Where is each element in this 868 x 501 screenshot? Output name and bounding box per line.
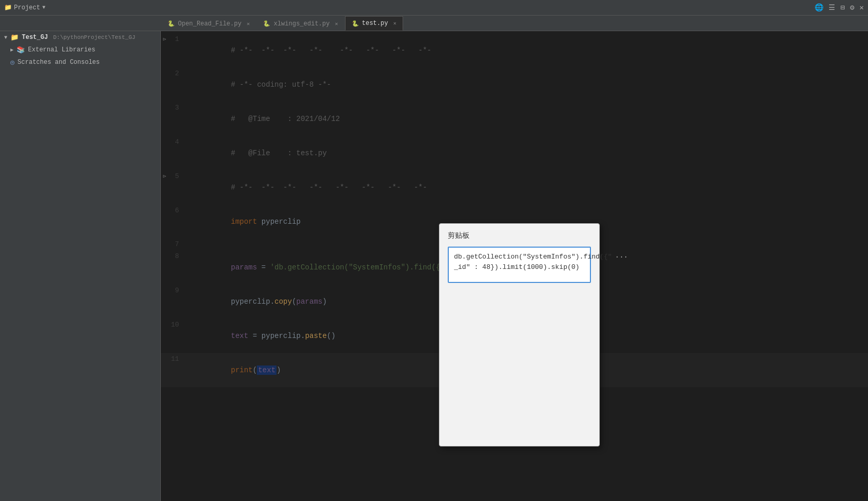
tab2-close[interactable]: ✕ <box>335 21 338 27</box>
tab3-icon: 🐍 <box>352 20 359 27</box>
sidebar-item-external-libraries[interactable]: ▶ 📚 External Libraries <box>0 44 160 56</box>
project-arrow-icon: ▼ <box>4 35 7 40</box>
project-label[interactable]: Project <box>14 4 40 11</box>
ext-lib-label: External Libraries <box>28 46 95 53</box>
sidebar-item-scratches[interactable]: ◎ Scratches and Consoles <box>0 56 160 69</box>
main-layout: ▼ 📁 Test_GJ D:\pythonProject\Test_GJ ▶ 📚… <box>0 31 868 501</box>
sidebar-item-project-root[interactable]: ▼ 📁 Test_GJ D:\pythonProject\Test_GJ <box>0 31 160 44</box>
project-icon: 📁 <box>4 4 12 11</box>
title-bar: 📁 Project ▼ 🌐 ☰ ⊟ ⚙ ✕ <box>0 0 868 16</box>
project-root-path: D:\pythonProject\Test_GJ <box>53 34 135 40</box>
popup-content-box[interactable]: db.getCollection("SystemInfos").find({" … <box>448 247 591 283</box>
split-icon[interactable]: ⊟ <box>841 3 845 12</box>
popup-body-empty <box>448 283 591 439</box>
popup-content-text: db.getCollection("SystemInfos").find({" … <box>454 252 612 272</box>
project-dropdown-icon[interactable]: ▼ <box>42 5 45 10</box>
list-icon[interactable]: ☰ <box>829 3 835 12</box>
tab2-icon: 🐍 <box>263 20 270 27</box>
clipboard-popup: 剪贴板 db.getCollection("SystemInfos").find… <box>439 223 600 446</box>
tab1-label: Open_Read_File.py <box>178 20 241 28</box>
project-folder-icon: 📁 <box>10 33 19 42</box>
tab2-label: xlwings_edit.py <box>273 20 329 28</box>
tab1-close[interactable]: ✕ <box>246 21 250 27</box>
tab-open-read-file[interactable]: 🐍 Open_Read_File.py ✕ <box>161 16 256 31</box>
popup-content-line1: db.getCollection("SystemInfos").find({" <box>454 253 612 261</box>
tab-bar: 🐍 Open_Read_File.py ✕ 🐍 xlwings_edit.py … <box>0 16 868 31</box>
tab1-icon: 🐍 <box>168 20 175 27</box>
ext-lib-icon: 📚 <box>17 46 25 54</box>
settings-icon[interactable]: ⚙ <box>850 3 854 12</box>
tab3-close[interactable]: ✕ <box>393 20 396 26</box>
window-close-icon[interactable]: ✕ <box>860 3 864 12</box>
scratches-icon: ◎ <box>10 58 15 66</box>
globe-icon[interactable]: 🌐 <box>815 3 823 12</box>
popup-more-icon[interactable]: ··· <box>615 253 628 261</box>
tab-test-py[interactable]: 🐍 test.py ✕ <box>345 16 403 31</box>
popup-content-line2: _id" : 48}).limit(1000).skip(0) <box>454 263 580 271</box>
tab3-label: test.py <box>362 20 388 27</box>
scratches-label: Scratches and Consoles <box>18 59 100 66</box>
title-bar-left: 📁 Project ▼ <box>4 4 45 11</box>
sidebar: ▼ 📁 Test_GJ D:\pythonProject\Test_GJ ▶ 📚… <box>0 31 161 501</box>
tab-xlwings-edit[interactable]: 🐍 xlwings_edit.py ✕ <box>256 16 345 31</box>
project-root-label: Test_GJ <box>22 34 48 41</box>
ext-lib-arrow-icon: ▶ <box>10 47 13 53</box>
title-bar-icons: 🌐 ☰ ⊟ ⚙ ✕ <box>815 3 864 12</box>
code-area[interactable]: ⊳ 1 # -*- -*- -*- -*- -*- -*- -*- -*- 2 … <box>161 31 868 501</box>
popup-title: 剪贴板 <box>448 231 591 240</box>
